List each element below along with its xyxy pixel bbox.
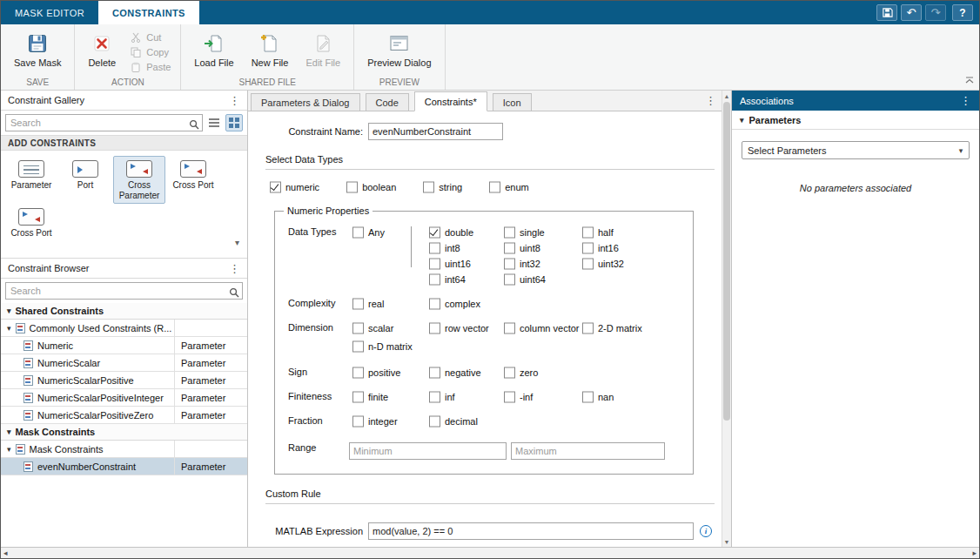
checkbox-nan[interactable]: nan [582,391,693,402]
undo-icon[interactable]: ↶ [901,4,922,21]
checkbox-int8[interactable]: int8 [429,242,504,253]
tree-root-mask-constraints[interactable]: ▾ Mask Constraints [1,441,247,458]
search-icon [189,118,199,133]
gallery-menu-icon[interactable]: ⋮ [229,95,240,106]
checkbox-finite[interactable]: finite [352,391,429,402]
gallery-item-parameter[interactable]: Parameter [5,156,57,204]
scroll-down-icon[interactable]: ▼ [722,536,731,547]
tab-mask-editor[interactable]: MASK EDITOR [1,1,98,24]
table-row-evennumberconstraint[interactable]: evenNumberConstraint Parameter [1,458,247,475]
collapse-left-icon[interactable]: ◂ [3,549,8,557]
checkbox-zero[interactable]: zero [504,367,582,378]
edit-file-button[interactable]: Edit File [299,29,346,70]
vertical-scrollbar[interactable]: ▲ ▼ [722,91,731,547]
gallery-item-port[interactable]: Port [59,156,111,204]
gallery-collapse-icon[interactable]: ▾ [235,238,239,247]
checkbox-int64[interactable]: int64 [429,273,504,285]
shared-constraints-section[interactable]: ▾ Shared Constraints [1,303,247,320]
associations-menu-icon[interactable]: ⋮ [960,95,971,106]
delete-button[interactable]: Delete [82,29,122,70]
help-icon[interactable]: ? [952,4,973,21]
checkbox-row-vector[interactable]: row vector [429,322,504,333]
constraint-icon [23,358,33,368]
no-parameters-message: No parameters associated [732,183,979,193]
ribbon-collapse-icon[interactable] [965,71,974,87]
table-row-numericscalarpositivezero[interactable]: NumericScalarPositiveZero Parameter [1,407,247,424]
checkbox-scalar[interactable]: scalar [352,322,429,333]
checkbox-single[interactable]: single [504,226,582,238]
matlab-expression-input[interactable] [368,522,694,540]
checkbox-neg-inf[interactable]: -inf [504,391,582,402]
new-file-button[interactable]: New File [245,29,295,70]
scroll-up-icon[interactable]: ▲ [722,91,731,101]
checkbox-label: n-D matrix [368,341,413,352]
table-row-numeric[interactable]: Numeric Parameter [1,337,247,354]
checkbox-decimal[interactable]: decimal [429,415,504,427]
checkbox-half[interactable]: half [582,226,693,238]
checkbox-column-vector[interactable]: column vector [504,322,582,333]
tab-constraints-editor[interactable]: Constraints* [414,91,487,111]
checkbox-nd-matrix[interactable]: n-D matrix [352,341,413,353]
tab-parameters-dialog[interactable]: Parameters & Dialog [251,93,360,111]
constraint-gallery: Parameter Port Cross Parameter Cross Por… [1,151,247,248]
gallery-search-input[interactable] [5,114,203,131]
table-row-numericscalarpositive[interactable]: NumericScalarPositive Parameter [1,372,247,389]
info-icon[interactable]: i [700,525,712,537]
collapse-right-icon[interactable]: ▸ [972,549,977,557]
checkbox-boolean[interactable]: boolean [346,181,396,192]
table-row-numericscalarpositiveinteger[interactable]: NumericScalarPositiveInteger Parameter [1,389,247,407]
checkbox-uint8[interactable]: uint8 [504,242,582,253]
grid-view-button[interactable] [225,114,243,131]
gallery-item-label: Parameter [11,180,52,191]
checkbox-complex[interactable]: complex [429,298,504,309]
copy-button[interactable]: Copy [127,46,173,58]
checkbox-int16[interactable]: int16 [582,242,693,253]
scrollbar-thumb[interactable] [723,102,730,421]
browser-menu-icon[interactable]: ⋮ [229,263,240,274]
checkbox-uint64[interactable]: uint64 [504,273,582,285]
tree-root-commonly-used[interactable]: ▾ Commonly Used Constraints (R... [1,320,247,337]
checkbox-real[interactable]: real [352,298,429,309]
select-parameters-dropdown[interactable]: Select Parameters ▾ [742,141,970,159]
list-view-button[interactable] [205,114,223,131]
gallery-item-cross-parameter[interactable]: Cross Parameter [113,156,165,204]
checkbox-inf[interactable]: inf [429,391,504,402]
preview-dialog-button[interactable]: Preview Dialog [361,29,437,70]
save-icon[interactable] [876,4,897,21]
tab-constraints[interactable]: CONSTRAINTS [98,1,199,24]
tab-code[interactable]: Code [366,93,409,111]
range-minimum-input[interactable] [349,442,507,460]
tab-icon[interactable]: Icon [493,93,532,111]
checkbox-positive[interactable]: positive [352,367,429,378]
parameters-section[interactable]: ▾ Parameters [732,111,979,130]
constraint-name-input[interactable] [368,123,503,140]
gallery-item-cross-port[interactable]: Cross Port [167,156,219,204]
checkbox-negative[interactable]: negative [429,367,504,378]
browser-search-input[interactable] [5,282,243,300]
save-mask-button[interactable]: Save Mask [8,29,67,70]
checkbox-double[interactable]: double [429,226,504,238]
checkbox-enum[interactable]: enum [489,181,529,192]
cut-button[interactable]: Cut [127,31,173,44]
dropdown-value: Select Parameters [748,145,826,156]
checkbox-numeric[interactable]: numeric [270,181,319,192]
checkbox-uint16[interactable]: uint16 [429,258,504,269]
add-constraints-header: ADD CONSTRAINTS [1,135,247,151]
paste-button[interactable]: Paste [127,61,173,73]
checkbox-int32[interactable]: int32 [504,258,582,269]
checkbox-uint32[interactable]: uint32 [582,258,693,269]
editor-menu-icon[interactable]: ⋮ [705,94,722,107]
checkbox-integer[interactable]: integer [352,415,429,427]
checkbox-2d-matrix[interactable]: 2-D matrix [582,322,693,333]
gallery-item-cross-port-2[interactable]: Cross Port [5,204,57,242]
checkbox-any[interactable]: Any [352,226,385,238]
redo-icon[interactable]: ↷ [925,4,946,21]
mask-constraints-section[interactable]: ▾ Mask Constraints [1,424,247,441]
constraint-type: Parameter [175,372,247,388]
checkbox-label: uint64 [520,274,546,285]
range-maximum-input[interactable] [511,442,665,460]
table-row-numericscalar[interactable]: NumericScalar Parameter [1,354,247,372]
data-types-row: Data Types Any double single half int8 u… [275,226,693,285]
checkbox-string[interactable]: string [423,181,462,192]
load-file-button[interactable]: Load File [188,29,239,70]
